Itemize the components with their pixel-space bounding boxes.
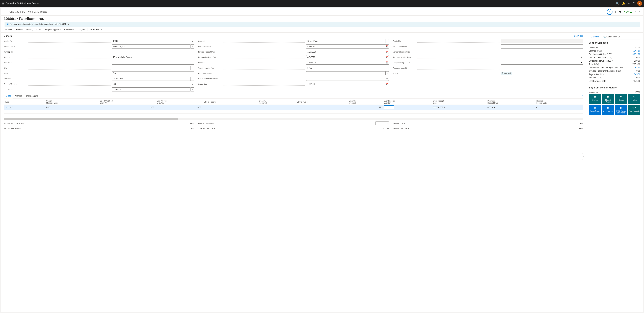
posting-date-cal[interactable]: 📅 (385, 55, 389, 59)
tile-return-orders-num: 0 (590, 106, 600, 110)
due-date-input[interactable] (306, 61, 385, 65)
assigned-user-input[interactable] (501, 66, 580, 70)
toolbar-release[interactable]: Release (14, 28, 24, 31)
toolbar-order[interactable]: Order (35, 28, 43, 31)
alert-close-icon[interactable]: ✕ (7, 23, 9, 25)
toolbar-info-icon[interactable]: ℹ (640, 28, 640, 31)
responsibility-input[interactable] (501, 61, 580, 65)
settings-icon[interactable]: ⚙ (628, 2, 630, 5)
city-input[interactable] (112, 66, 191, 70)
vendor-name-btn[interactable]: ··· (191, 45, 194, 49)
add-button[interactable]: + (614, 10, 616, 14)
edit-button[interactable]: ✏ (607, 9, 612, 15)
postcode-btn[interactable]: ··· (191, 77, 194, 81)
toolbar-navigate[interactable]: Navigate (76, 28, 86, 31)
country-dropdown[interactable]: ▾ (191, 82, 194, 86)
order-date-cal[interactable]: 📅 (385, 82, 389, 86)
tab-lines[interactable]: Lines (4, 94, 13, 98)
invoice-receipt-cal[interactable]: 📅 (385, 50, 389, 54)
total-excl-label: Total Excl. VAT (GBP) (198, 127, 382, 129)
expand-button[interactable]: ⤢ (634, 11, 636, 13)
tile-pstd-return-shipments[interactable]: 0 Pstd. Return Shipments (615, 105, 628, 115)
due-date-cal[interactable]: 📅 (385, 61, 389, 65)
search-icon[interactable]: 🔍 (616, 2, 619, 5)
lines-expand-icon[interactable]: ⤢ (581, 95, 583, 97)
purchaser-code-dropdown[interactable]: ▾ (386, 71, 389, 75)
toolbar-more-options[interactable]: More options (89, 28, 103, 31)
sidebar-collapse-arrow[interactable]: › (582, 153, 585, 160)
contact-no-input[interactable] (112, 87, 191, 92)
alert-expand-icon[interactable]: ∨ (68, 23, 70, 25)
address-input[interactable] (112, 55, 194, 59)
contact-btn[interactable]: ··· (386, 39, 389, 43)
toolbar-separator (88, 28, 88, 31)
user-avatar[interactable]: F (637, 1, 642, 6)
responsibility-label: Responsibility Centre (393, 62, 416, 64)
sidebar-tab-details[interactable]: ⊙ Details (589, 35, 601, 39)
toolbar-process[interactable]: Process (4, 28, 14, 31)
lines-more-options[interactable]: More options (24, 94, 40, 98)
back-button[interactable]: ← (4, 10, 7, 14)
doc-date-cal[interactable]: 📅 (385, 45, 389, 49)
tile-orders[interactable]: 2 Orders (615, 94, 628, 104)
delete-button[interactable]: 🗑 (618, 10, 621, 14)
invoice-discount-input[interactable] (375, 122, 389, 125)
responsibility-dropdown[interactable]: ▾ (580, 61, 583, 65)
address2-input[interactable] (112, 61, 194, 65)
posting-date-row: Posting/Tax Point Date 📅 (198, 55, 389, 59)
invoice-receipt-input[interactable] (306, 50, 385, 54)
toolbar-posting[interactable]: Posting (25, 28, 34, 31)
invoice-receipt-label: Invoice Receipt Date (198, 51, 222, 53)
vendor-order-input[interactable] (501, 45, 583, 49)
tile-blanket-orders[interactable]: 0 Blanket Orders (602, 94, 614, 104)
assigned-user-dropdown[interactable]: ▾ (580, 66, 583, 70)
archived-versions-label: No. of Archived Versions (198, 78, 222, 80)
form-area: General Show less Vendor No. ▾ (1, 33, 586, 312)
alt-vendor-input[interactable] (501, 55, 580, 59)
tile-invoices[interactable]: 1 Invoices (628, 94, 640, 104)
posting-date-input[interactable] (306, 55, 385, 59)
tile-quotes[interactable]: 0 Quotes (589, 94, 601, 104)
order-date-input[interactable] (306, 82, 385, 86)
doc-date-input[interactable] (306, 45, 385, 49)
help-icon[interactable]: ? (633, 2, 634, 5)
tile-credit-memos[interactable]: 0 Credit Memos (602, 105, 614, 115)
breadcrumb: PURCHASE ORDER | WORK DATE: 4/6/2020 (9, 11, 47, 13)
alt-vendor-dropdown[interactable]: ▾ (580, 55, 583, 59)
quote-no-input[interactable] (501, 39, 583, 43)
saved-status: ✓ SAVED (623, 11, 632, 13)
sidebar-tab-attachments[interactable]: 📎 Attachments (0) (601, 35, 622, 39)
city-btn[interactable]: ··· (191, 66, 194, 70)
toolbar-print-send[interactable]: Print/Send (63, 28, 75, 31)
total-excl-value: 100.00 (382, 127, 389, 129)
state-input[interactable] (112, 71, 194, 75)
contact-no-btn[interactable]: ··· (191, 87, 194, 92)
due-date-label: Due Date (198, 62, 222, 64)
vendor-no-dropdown[interactable]: ▾ (191, 39, 194, 43)
grid-icon[interactable]: ⊞ (2, 2, 4, 5)
collapse-button[interactable]: ✕ (638, 11, 640, 13)
vendor-invoice-input[interactable] (306, 66, 389, 70)
bell-icon[interactable]: 🔔 (622, 2, 626, 5)
archived-versions-input[interactable] (306, 77, 389, 81)
address-label: Address (4, 56, 27, 58)
contact-input[interactable] (306, 39, 385, 43)
over-receipt-qty-input[interactable] (384, 105, 394, 109)
postcode-input[interactable] (112, 77, 191, 81)
country-input[interactable] (112, 82, 191, 86)
vendor-no-input[interactable] (112, 39, 191, 43)
vendor-name-input[interactable] (112, 45, 191, 49)
tab-manage[interactable]: Manage (13, 94, 24, 98)
right-sidebar: ⊙ Details 📎 Attachments (0) Vendor Stati… (586, 33, 643, 312)
horizontal-scrollbar[interactable] (4, 118, 583, 120)
vendor-shipment-input[interactable] (501, 50, 583, 54)
purchaser-code-input[interactable] (306, 71, 386, 75)
tile-return-orders[interactable]: 0 Return Orders (589, 105, 601, 115)
col-type: Type (4, 99, 45, 105)
tile-pstd-receipts[interactable]: 17 Pstd. Receipts (628, 105, 640, 115)
alt-vendor-row: Alternate Vendor Addre... ▾ (393, 55, 583, 59)
row-menu-icon[interactable]: ⋮ (12, 106, 14, 108)
toolbar-request-approval[interactable]: Request Approval (44, 28, 62, 31)
invoice-discount-row: Invoice Discount % (198, 122, 389, 125)
show-less-button[interactable]: Show less (574, 35, 583, 37)
